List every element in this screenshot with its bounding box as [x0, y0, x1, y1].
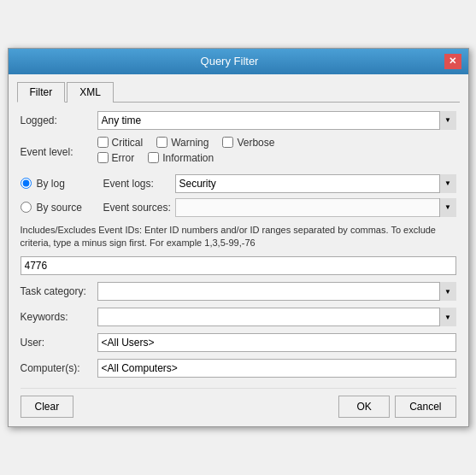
checkbox-error-label: Error: [112, 152, 135, 164]
checkbox-verbose[interactable]: [222, 137, 233, 148]
event-level-label: Event level:: [21, 146, 97, 158]
checkbox-information[interactable]: [148, 152, 159, 163]
tab-xml[interactable]: XML: [67, 82, 114, 103]
by-source-label: By source: [37, 202, 97, 214]
event-sources-select-wrapper: ▼: [175, 198, 456, 217]
cancel-button[interactable]: Cancel: [395, 396, 455, 418]
title-bar: Query Filter ✕: [9, 49, 468, 74]
user-input[interactable]: [97, 333, 456, 352]
logged-dropdown[interactable]: Any time Last hour Last 12 hours Last 24…: [97, 111, 456, 130]
by-log-row: By log Event logs: Security Application …: [21, 174, 456, 193]
event-logs-label: Event logs:: [103, 178, 172, 190]
logged-row: Logged: Any time Last hour Last 12 hours…: [21, 111, 456, 130]
event-logs-select-wrapper: Security Application System ▼: [175, 174, 456, 193]
event-sources-dropdown[interactable]: [175, 198, 456, 217]
tab-bar: Filter XML: [17, 81, 460, 103]
event-id-row: [21, 256, 456, 275]
checkbox-critical-item: Critical: [97, 137, 144, 149]
filter-tab-content: Logged: Any time Last hour Last 12 hours…: [17, 111, 460, 419]
computer-input[interactable]: [97, 359, 456, 378]
logged-select-wrapper: Any time Last hour Last 12 hours Last 24…: [97, 111, 456, 130]
user-row: User:: [21, 333, 456, 352]
computer-label: Computer(s):: [21, 362, 97, 374]
event-level-label-row: Event level: Critical Warning: [21, 137, 456, 167]
bottom-buttons: Clear OK Cancel: [21, 388, 456, 418]
checkbox-error[interactable]: [97, 152, 109, 163]
task-category-select-wrapper: ▼: [97, 282, 456, 301]
checkbox-group-row1: Critical Warning Verbose: [97, 137, 289, 152]
checkbox-critical[interactable]: [97, 137, 109, 148]
checkbox-critical-label: Critical: [112, 137, 144, 149]
by-log-label: By log: [37, 178, 97, 190]
checkbox-verbose-label: Verbose: [237, 137, 274, 149]
task-category-dropdown[interactable]: [97, 282, 456, 301]
logged-label: Logged:: [21, 114, 97, 126]
keywords-select-wrapper: ▼: [97, 308, 456, 326]
user-label: User:: [21, 337, 97, 349]
event-level-checkboxes: Critical Warning Verbose: [97, 137, 289, 167]
checkbox-information-label: Information: [162, 152, 214, 164]
dialog-body: Filter XML Logged: Any time Last hour La…: [9, 74, 468, 427]
close-button[interactable]: ✕: [444, 54, 461, 69]
checkbox-error-item: Error: [97, 152, 135, 164]
ok-button[interactable]: OK: [338, 396, 390, 418]
event-sources-label: Event sources:: [103, 202, 172, 214]
checkbox-warning-item: Warning: [156, 137, 209, 149]
checkbox-verbose-item: Verbose: [222, 137, 274, 149]
checkbox-group-row2: Error Information: [97, 152, 289, 167]
task-category-label: Task category:: [21, 285, 97, 297]
keywords-dropdown[interactable]: [97, 308, 456, 326]
radio-by-log[interactable]: [21, 178, 32, 189]
by-source-row: By source Event sources: ▼: [21, 198, 456, 217]
checkbox-warning-label: Warning: [171, 137, 209, 149]
event-logs-dropdown[interactable]: Security Application System: [175, 174, 456, 193]
hint-text: Includes/Excludes Event IDs: Enter ID nu…: [21, 224, 456, 250]
checkbox-warning[interactable]: [156, 137, 167, 148]
keywords-row: Keywords: ▼: [21, 308, 456, 326]
checkbox-information-item: Information: [148, 152, 214, 164]
task-category-row: Task category: ▼: [21, 282, 456, 301]
tab-filter[interactable]: Filter: [17, 82, 66, 103]
event-id-input[interactable]: [21, 256, 456, 275]
query-filter-dialog: Query Filter ✕ Filter XML Logged: Any ti…: [8, 48, 469, 428]
computer-row: Computer(s):: [21, 359, 456, 378]
keywords-label: Keywords:: [21, 311, 97, 323]
radio-by-source[interactable]: [21, 202, 32, 213]
clear-button[interactable]: Clear: [21, 396, 74, 418]
dialog-title: Query Filter: [15, 55, 444, 67]
